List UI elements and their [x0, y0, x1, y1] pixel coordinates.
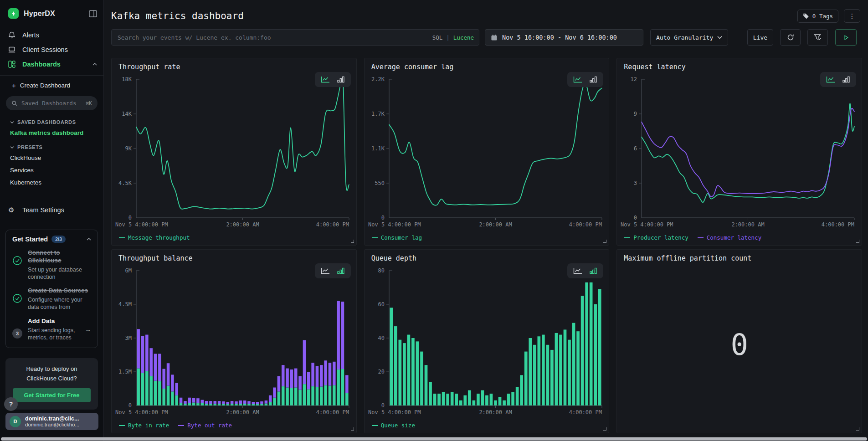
get-started-step-datasources[interactable]: Create Data Sources Configure where your… [12, 287, 91, 311]
create-dashboard-button[interactable]: + Create Dashboard [0, 78, 103, 92]
legend-item[interactable]: Consumer lag [372, 234, 422, 241]
svg-text:0: 0 [381, 402, 384, 409]
sidebar-item-services[interactable]: Services [0, 164, 103, 176]
logo-row: HyperDX [0, 0, 103, 24]
bar-chart-icon[interactable] [590, 267, 597, 274]
svg-text:1.5M: 1.5M [118, 369, 132, 375]
chart-type-toggle [567, 263, 603, 278]
svg-text:Nov 5 4:00:00 PM: Nov 5 4:00:00 PM [368, 221, 421, 228]
resize-handle[interactable] [856, 240, 859, 243]
page-title: Kafka metrics dashboard [111, 10, 797, 21]
sidebar-item-dashboards[interactable]: Dashboards [0, 57, 103, 72]
sql-mode-button[interactable]: SQL [432, 34, 443, 41]
chart-title: Request latency [624, 63, 685, 71]
step-number-badge: 3 [12, 328, 22, 338]
user-menu[interactable]: D dominic.tran@clic... dominic.tran@clic… [5, 413, 98, 430]
line-chart-icon[interactable] [573, 76, 582, 83]
legend-item[interactable]: Consumer latency [698, 234, 761, 241]
event-search-input[interactable] [111, 29, 479, 46]
sidebar-item-client-sessions[interactable]: Client Sessions [0, 42, 103, 57]
legend-item[interactable]: Byte in rate [119, 422, 169, 429]
chart-title: Maximum offline partition count [624, 254, 751, 262]
saved-dashboards-search-input[interactable] [21, 100, 86, 107]
bottom-scrollbar[interactable] [1, 437, 867, 441]
sidebar-item-team-settings[interactable]: ⚙ Team Settings [0, 202, 103, 218]
resize-handle[interactable] [856, 427, 859, 431]
svg-text:4:00:00 PM: 4:00:00 PM [822, 221, 854, 228]
user-email: dominic.tran@clickho... [25, 422, 79, 427]
legend-item[interactable]: Producer latency [624, 234, 688, 241]
line-chart-icon[interactable] [321, 267, 330, 274]
chart-canvas[interactable]: 020406080Nov 5 4:00:00 PM2:00:00 AM4:00:… [368, 266, 606, 417]
chart-legend: Byte in rate Byte out rate [119, 422, 232, 429]
saved-dashboards-search[interactable]: ⌘K [6, 96, 98, 110]
get-started-step-add-data[interactable]: 3 Add Data Start sending logs, metrics, … [12, 318, 91, 341]
chart-legend: Queue size [372, 422, 415, 429]
svg-text:4:00:00 PM: 4:00:00 PM [316, 221, 349, 228]
svg-text:Nov 5 4:00:00 PM: Nov 5 4:00:00 PM [115, 409, 168, 415]
chevron-up-icon[interactable] [92, 62, 97, 66]
resize-handle[interactable] [603, 427, 606, 431]
chart-canvas[interactable]: 036912Nov 5 4:00:00 PM2:00:00 AM4:00:00 … [621, 75, 858, 230]
line-chart-icon[interactable] [826, 76, 835, 83]
chevron-up-icon[interactable] [87, 237, 91, 241]
chart-type-toggle [315, 72, 351, 87]
sidebar-item-clickhouse[interactable]: ClickHouse [0, 152, 103, 164]
resize-handle[interactable] [603, 240, 606, 243]
refresh-button[interactable] [780, 29, 801, 46]
svg-text:14K: 14K [122, 111, 132, 117]
get-started-free-button[interactable]: Get Started for Free [13, 388, 91, 402]
line-chart-icon[interactable] [573, 267, 582, 274]
filter-funnel-icon [814, 34, 822, 41]
live-button[interactable]: Live [747, 29, 773, 46]
chart-title: Queue depth [371, 254, 416, 262]
get-started-step-connect[interactable]: Connect to ClickHouse Set up your databa… [12, 249, 91, 281]
help-button[interactable]: ? [4, 397, 18, 411]
legend-item[interactable]: Message throughput [119, 234, 190, 241]
chart-canvas[interactable]: 01.5M3M4.5M6MNov 5 4:00:00 PM2:00:00 AM4… [115, 266, 353, 417]
resize-handle[interactable] [351, 240, 354, 243]
sidebar-team-settings: ⚙ Team Settings [0, 199, 103, 218]
get-started-card: Get Started 2/3 Connect to ClickHouse Se… [5, 230, 98, 348]
legend-item[interactable]: Queue size [372, 422, 415, 429]
svg-text:40: 40 [378, 335, 384, 341]
sidebar-collapse-icon[interactable] [89, 10, 97, 17]
svg-text:3M: 3M [125, 335, 132, 341]
sidebar-item-kafka-dashboard[interactable]: Kafka metrics dashboard [0, 127, 103, 139]
sidebar-divider [0, 75, 103, 76]
hyperdx-logo-icon [8, 8, 19, 19]
run-query-button[interactable] [835, 29, 857, 46]
bar-chart-icon[interactable] [842, 76, 850, 83]
tag-icon [803, 13, 809, 19]
sidebar-item-alerts[interactable]: Alerts [0, 28, 103, 42]
bar-chart-icon[interactable] [337, 267, 345, 274]
chart-canvas[interactable]: 04.5K9K14K18KNov 5 4:00:00 PM2:00:00 AM4… [115, 75, 353, 230]
chart-canvas[interactable]: 05501.1K1.7K2.2KNov 5 4:00:00 PM2:00:00 … [368, 75, 606, 230]
chart-type-toggle [820, 72, 856, 87]
metric-value: 0 [730, 328, 748, 362]
bar-chart-icon[interactable] [590, 76, 597, 83]
date-range-picker[interactable]: Nov 5 16:00:00 - Nov 6 16:00:00 [485, 29, 643, 46]
line-chart-icon[interactable] [321, 76, 330, 83]
saved-dashboards-section-header[interactable]: SAVED DASHBOARDS [0, 114, 103, 127]
presets-section-header[interactable]: PRESETS [0, 139, 103, 152]
svg-text:0: 0 [128, 215, 132, 221]
more-options-button[interactable]: ⋮ [844, 9, 860, 23]
sidebar-item-kubernetes[interactable]: Kubernetes [0, 176, 103, 189]
chart-panel-average-consumer-lag: Average consumer lag 05501.1K1.7K2.2KNov… [364, 58, 610, 246]
lucene-mode-button[interactable]: Lucene [453, 34, 474, 41]
tags-button[interactable]: 0 Tags [797, 10, 838, 23]
resize-handle[interactable] [351, 427, 354, 431]
granularity-select[interactable]: Auto Granularity [650, 29, 728, 46]
get-started-title: Get Started [12, 236, 48, 243]
page-header: Kafka metrics dashboard 0 Tags ⋮ [104, 0, 868, 23]
bar-chart-icon[interactable] [337, 76, 345, 83]
svg-text:0: 0 [381, 215, 384, 221]
arrow-right-icon: → [85, 326, 91, 333]
filter-button[interactable] [807, 29, 828, 46]
svg-text:9: 9 [634, 111, 637, 117]
play-icon [842, 34, 849, 41]
chart-panel-throughput-balance: Throughput balance 01.5M3M4.5M6MNov 5 4:… [111, 249, 357, 433]
legend-item[interactable]: Byte out rate [178, 422, 232, 429]
bell-icon [8, 31, 16, 39]
